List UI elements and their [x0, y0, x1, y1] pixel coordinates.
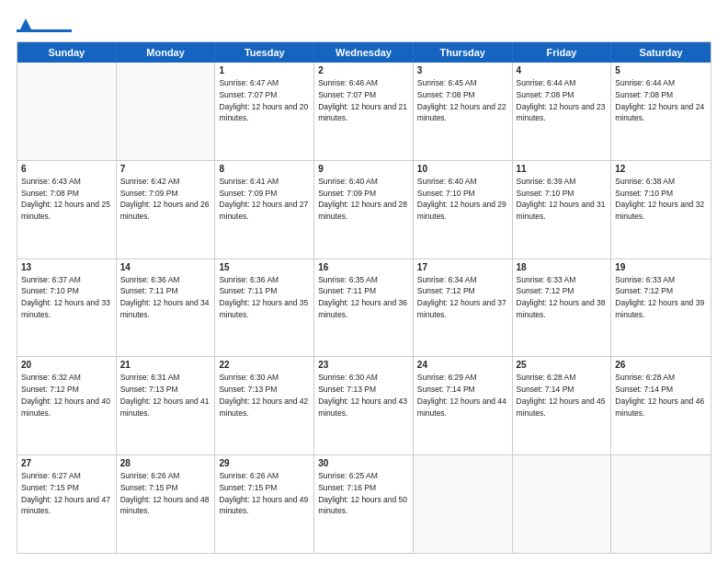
header [17, 17, 711, 32]
page: Sunday Monday Tuesday Wednesday Thursday… [0, 0, 728, 563]
day-number: 23 [318, 360, 409, 370]
sun-info: Sunrise: 6:36 AMSunset: 7:11 PMDaylight:… [120, 274, 211, 321]
calendar-day-10: 10Sunrise: 6:40 AMSunset: 7:10 PMDayligh… [414, 161, 513, 259]
sun-info: Sunrise: 6:44 AMSunset: 7:08 PMDaylight:… [517, 77, 608, 124]
sun-info: Sunrise: 6:43 AMSunset: 7:08 PMDaylight:… [21, 176, 112, 223]
calendar-day-7: 7Sunrise: 6:42 AMSunset: 7:09 PMDaylight… [117, 161, 216, 259]
day-number: 19 [615, 262, 707, 272]
calendar-day-3: 3Sunrise: 6:45 AMSunset: 7:08 PMDaylight… [414, 63, 513, 160]
calendar-day-28: 28Sunrise: 6:26 AMSunset: 7:15 PMDayligh… [117, 455, 216, 553]
day-number: 15 [219, 262, 310, 272]
day-number: 9 [318, 164, 409, 174]
sun-info: Sunrise: 6:37 AMSunset: 7:10 PMDaylight:… [21, 274, 112, 321]
sun-info: Sunrise: 6:31 AMSunset: 7:13 PMDaylight:… [120, 372, 211, 419]
sun-info: Sunrise: 6:26 AMSunset: 7:15 PMDaylight:… [120, 470, 211, 517]
calendar-day-23: 23Sunrise: 6:30 AMSunset: 7:13 PMDayligh… [314, 357, 414, 454]
calendar-day-26: 26Sunrise: 6:28 AMSunset: 7:14 PMDayligh… [611, 357, 711, 454]
calendar-day-29: 29Sunrise: 6:26 AMSunset: 7:15 PMDayligh… [215, 455, 314, 553]
sun-info: Sunrise: 6:28 AMSunset: 7:14 PMDaylight:… [615, 372, 707, 419]
calendar-day-15: 15Sunrise: 6:36 AMSunset: 7:11 PMDayligh… [215, 259, 314, 357]
sun-info: Sunrise: 6:44 AMSunset: 7:08 PMDaylight:… [615, 77, 707, 124]
sun-info: Sunrise: 6:33 AMSunset: 7:12 PMDaylight:… [517, 274, 608, 321]
day-number: 5 [615, 65, 707, 75]
day-number: 24 [417, 360, 508, 370]
day-number: 8 [219, 164, 310, 174]
sun-info: Sunrise: 6:32 AMSunset: 7:12 PMDaylight:… [21, 372, 112, 419]
calendar-week-5: 27Sunrise: 6:27 AMSunset: 7:15 PMDayligh… [17, 454, 711, 553]
day-number: 13 [21, 262, 112, 272]
calendar-week-2: 6Sunrise: 6:43 AMSunset: 7:08 PMDaylight… [17, 160, 711, 259]
header-thursday: Thursday [414, 42, 513, 63]
header-saturday: Saturday [611, 42, 711, 63]
calendar-day-14: 14Sunrise: 6:36 AMSunset: 7:11 PMDayligh… [117, 259, 216, 357]
sun-info: Sunrise: 6:42 AMSunset: 7:09 PMDaylight:… [120, 176, 211, 223]
sun-info: Sunrise: 6:28 AMSunset: 7:14 PMDaylight:… [517, 372, 608, 419]
calendar: Sunday Monday Tuesday Wednesday Thursday… [17, 41, 711, 554]
calendar-day-13: 13Sunrise: 6:37 AMSunset: 7:10 PMDayligh… [17, 259, 117, 357]
sun-info: Sunrise: 6:38 AMSunset: 7:10 PMDaylight:… [615, 176, 707, 223]
calendar-day-30: 30Sunrise: 6:25 AMSunset: 7:16 PMDayligh… [314, 455, 414, 553]
calendar-day-24: 24Sunrise: 6:29 AMSunset: 7:14 PMDayligh… [414, 357, 513, 454]
sun-info: Sunrise: 6:26 AMSunset: 7:15 PMDaylight:… [219, 470, 310, 517]
calendar-week-1: 1Sunrise: 6:47 AMSunset: 7:07 PMDaylight… [17, 63, 711, 160]
sun-info: Sunrise: 6:25 AMSunset: 7:16 PMDaylight:… [318, 470, 409, 517]
sun-info: Sunrise: 6:33 AMSunset: 7:12 PMDaylight:… [615, 274, 707, 321]
sun-info: Sunrise: 6:30 AMSunset: 7:13 PMDaylight:… [219, 372, 310, 419]
calendar-empty-cell [414, 455, 513, 553]
calendar-header: Sunday Monday Tuesday Wednesday Thursday… [17, 42, 711, 63]
day-number: 11 [517, 164, 608, 174]
day-number: 22 [219, 360, 310, 370]
calendar-day-1: 1Sunrise: 6:47 AMSunset: 7:07 PMDaylight… [215, 63, 314, 160]
calendar-day-6: 6Sunrise: 6:43 AMSunset: 7:08 PMDaylight… [17, 161, 117, 259]
calendar-day-4: 4Sunrise: 6:44 AMSunset: 7:08 PMDaylight… [513, 63, 612, 160]
day-number: 25 [517, 360, 608, 370]
sun-info: Sunrise: 6:29 AMSunset: 7:14 PMDaylight:… [417, 372, 508, 419]
calendar-day-20: 20Sunrise: 6:32 AMSunset: 7:12 PMDayligh… [17, 357, 117, 454]
calendar-empty-cell [513, 455, 612, 553]
day-number: 17 [417, 262, 508, 272]
day-number: 29 [219, 458, 310, 468]
sun-info: Sunrise: 6:40 AMSunset: 7:09 PMDaylight:… [318, 176, 409, 223]
calendar-week-3: 13Sunrise: 6:37 AMSunset: 7:10 PMDayligh… [17, 259, 711, 357]
calendar-empty-cell [17, 63, 117, 160]
header-sunday: Sunday [17, 42, 117, 63]
calendar-day-12: 12Sunrise: 6:38 AMSunset: 7:10 PMDayligh… [611, 161, 711, 259]
day-number: 10 [417, 164, 508, 174]
calendar-day-21: 21Sunrise: 6:31 AMSunset: 7:13 PMDayligh… [117, 357, 216, 454]
calendar-day-8: 8Sunrise: 6:41 AMSunset: 7:09 PMDaylight… [215, 161, 314, 259]
sun-info: Sunrise: 6:46 AMSunset: 7:07 PMDaylight:… [318, 77, 409, 124]
header-tuesday: Tuesday [215, 42, 314, 63]
calendar-day-17: 17Sunrise: 6:34 AMSunset: 7:12 PMDayligh… [414, 259, 513, 357]
calendar-day-27: 27Sunrise: 6:27 AMSunset: 7:15 PMDayligh… [17, 455, 117, 553]
calendar-day-9: 9Sunrise: 6:40 AMSunset: 7:09 PMDaylight… [314, 161, 414, 259]
calendar-day-22: 22Sunrise: 6:30 AMSunset: 7:13 PMDayligh… [215, 357, 314, 454]
calendar-day-5: 5Sunrise: 6:44 AMSunset: 7:08 PMDaylight… [611, 63, 711, 160]
sun-info: Sunrise: 6:34 AMSunset: 7:12 PMDaylight:… [417, 274, 508, 321]
sun-info: Sunrise: 6:30 AMSunset: 7:13 PMDaylight:… [318, 372, 409, 419]
day-number: 12 [615, 164, 707, 174]
day-number: 27 [21, 458, 112, 468]
day-number: 18 [517, 262, 608, 272]
day-number: 7 [120, 164, 211, 174]
calendar-day-16: 16Sunrise: 6:35 AMSunset: 7:11 PMDayligh… [314, 259, 414, 357]
day-number: 16 [318, 262, 409, 272]
sun-info: Sunrise: 6:27 AMSunset: 7:15 PMDaylight:… [21, 470, 112, 517]
day-number: 3 [417, 65, 508, 75]
day-number: 4 [517, 65, 608, 75]
calendar-empty-cell [117, 63, 216, 160]
sun-info: Sunrise: 6:40 AMSunset: 7:10 PMDaylight:… [417, 176, 508, 223]
day-number: 6 [21, 164, 112, 174]
day-number: 1 [219, 65, 310, 75]
calendar-week-4: 20Sunrise: 6:32 AMSunset: 7:12 PMDayligh… [17, 356, 711, 454]
day-number: 14 [120, 262, 211, 272]
day-number: 2 [318, 65, 409, 75]
day-number: 28 [120, 458, 211, 468]
day-number: 26 [615, 360, 707, 370]
header-friday: Friday [513, 42, 612, 63]
logo [17, 17, 74, 32]
sun-info: Sunrise: 6:39 AMSunset: 7:10 PMDaylight:… [517, 176, 608, 223]
day-number: 30 [318, 458, 409, 468]
header-wednesday: Wednesday [314, 42, 414, 63]
sun-info: Sunrise: 6:35 AMSunset: 7:11 PMDaylight:… [318, 274, 409, 321]
calendar-body: 1Sunrise: 6:47 AMSunset: 7:07 PMDaylight… [17, 63, 711, 553]
